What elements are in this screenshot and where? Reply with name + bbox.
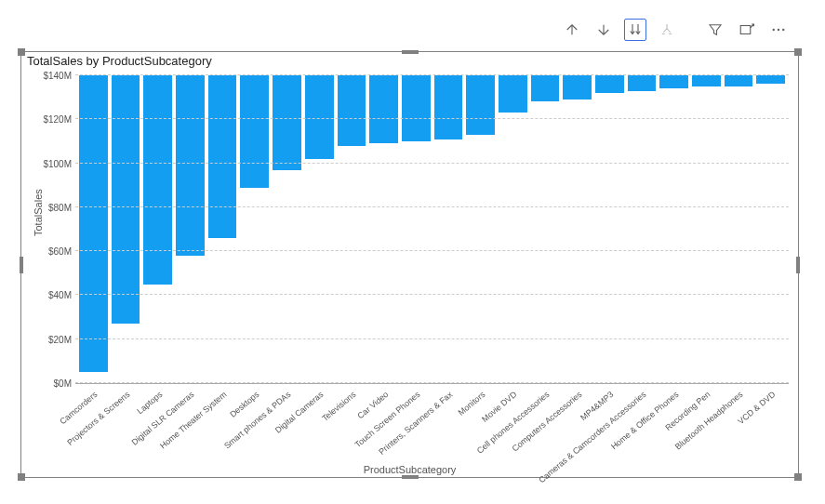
arrow-down-icon [595,21,612,38]
bar-slot [273,75,301,383]
bar-slot [369,75,398,383]
bar[interactable] [628,75,657,91]
bar[interactable] [563,75,592,99]
resize-handle-top[interactable] [402,50,419,54]
bar[interactable] [112,75,140,324]
y-tick-label: $40M [48,290,72,300]
bar-slot [338,75,366,383]
y-axis-label: TotalSales [33,189,44,236]
drill-down-button[interactable] [592,19,615,41]
bar[interactable] [466,75,495,135]
x-axis-label: ProductSubcategory [364,464,457,475]
bar-slot [176,75,205,383]
svg-rect-0 [740,26,751,34]
y-tick-label: $100M [43,158,72,168]
drill-mode-button[interactable] [656,19,678,41]
expand-all-button[interactable] [624,19,646,41]
filter-button[interactable] [704,19,726,41]
bar[interactable] [338,75,366,146]
bar-slot [692,75,721,383]
bar-slot [499,75,527,383]
gridline [75,163,789,164]
x-tick-slot: Projectors & Screens [112,384,140,458]
gridline [75,206,789,207]
bar-slot [563,75,592,383]
chart-visual-frame[interactable]: TotalSales by ProductSubcategory TotalSa… [20,51,799,478]
bar[interactable] [208,75,237,238]
bar-slot [466,75,495,383]
bar-slot [531,75,560,383]
fork-down-icon [659,21,675,38]
bar-slot [402,75,431,383]
gridline [75,250,789,251]
ellipsis-icon [770,21,787,38]
bar[interactable] [305,75,334,159]
bar[interactable] [176,75,205,256]
y-tick-label: $120M [43,114,72,125]
x-tick-slot: Digital Cameras [305,384,334,458]
bar-slot [725,75,753,383]
bar[interactable] [756,75,785,84]
bar-slot [595,75,624,383]
y-tick-label: $80M [48,202,72,212]
gridline [75,118,789,119]
plot-area[interactable]: $0M$20M$40M$60M$80M$100M$120M$140M [75,75,789,384]
gridline [75,338,789,339]
drill-up-button[interactable] [561,19,583,41]
bar[interactable] [79,75,108,372]
focus-icon [739,21,755,38]
bar-slot [305,75,334,383]
y-tick-label: $20M [48,334,72,344]
x-tick-slot: Printers, Scanners & Fax [434,384,463,458]
svg-point-3 [782,29,784,31]
bar[interactable] [143,75,172,285]
bar[interactable] [595,75,624,93]
visual-toolbar [561,19,790,41]
bar[interactable] [369,75,398,143]
focus-mode-button[interactable] [736,19,758,41]
funnel-icon [707,21,724,38]
double-arrow-down-icon [627,21,644,38]
bar[interactable] [434,75,463,139]
bar[interactable] [531,75,560,101]
bar-slot [756,75,785,383]
x-ticks-container: CamcordersProjectors & ScreensLaptopsDig… [75,384,789,458]
bar[interactable] [499,75,527,113]
bar[interactable] [659,75,688,88]
gridline [75,74,789,75]
bar-slot [434,75,463,383]
plot-container: TotalSales ProductSubcategory $0M$20M$40… [21,71,798,477]
bar-slot [112,75,140,383]
bar-slot [628,75,657,383]
arrow-up-icon [564,21,580,38]
bar-slot [208,75,237,383]
resize-handle-tl[interactable] [18,48,25,56]
resize-handle-tr[interactable] [794,48,802,56]
svg-point-1 [773,29,775,31]
y-tick-label: $0M [54,378,72,389]
bar[interactable] [725,75,753,86]
y-tick-label: $140M [43,71,72,81]
y-tick-label: $60M [48,246,72,257]
svg-point-2 [778,29,779,31]
gridline [75,382,789,383]
bar-slot [240,75,269,383]
x-tick-slot: VCD & DVD [756,384,785,458]
bar[interactable] [240,75,269,188]
bars-container [75,75,789,383]
gridline [75,294,789,295]
x-tick-slot: Home Theater System [208,384,237,458]
bar[interactable] [692,75,721,86]
bar[interactable] [402,75,431,141]
bar[interactable] [273,75,301,170]
bar-slot [79,75,108,383]
more-options-button[interactable] [767,19,790,41]
bar-slot [659,75,688,383]
bar-slot [143,75,172,383]
chart-title: TotalSales by ProductSubcategory [27,54,212,68]
